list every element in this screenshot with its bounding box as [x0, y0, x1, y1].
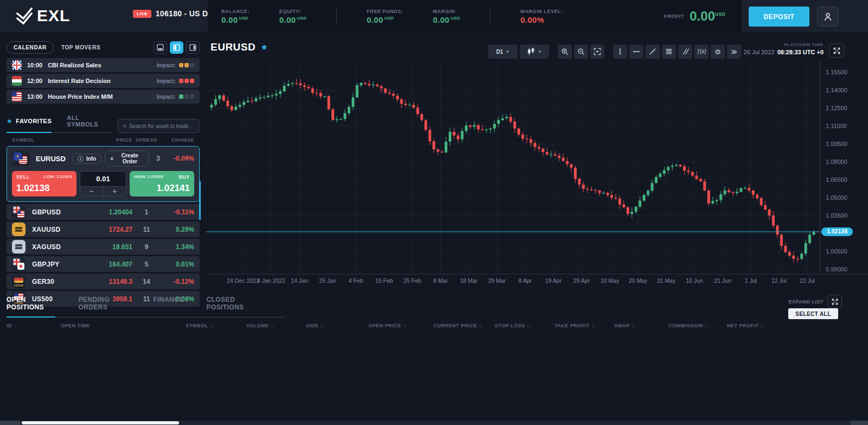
- chart-type-select[interactable]: ▼: [520, 45, 549, 59]
- column-label: NET PROFIT: [727, 323, 759, 328]
- impact-label: Impact:: [156, 94, 176, 100]
- double-chevron-right-icon: ≫: [731, 49, 737, 55]
- column-header-take-profit[interactable]: TAKE PROFIT↑↓: [554, 323, 614, 328]
- layout-bottom-panel-button[interactable]: [154, 41, 167, 54]
- svg-text:1.12500: 1.12500: [826, 105, 847, 111]
- column-header-commission[interactable]: COMMISSION↑↓: [668, 323, 727, 328]
- sort-icon: ↑↓: [320, 323, 323, 328]
- trend-line-tool[interactable]: [646, 45, 660, 59]
- column-header-open-time[interactable]: OPEN TIME: [61, 323, 186, 328]
- indicators-button[interactable]: ƒ(x): [694, 45, 709, 59]
- tab-closed-positions[interactable]: CLOSED POSITIONS: [207, 290, 263, 317]
- tab-open-positions[interactable]: OPEN POSITIONS: [7, 290, 55, 318]
- symbol-row[interactable]: GER30GER3013149.314-0.12%: [7, 274, 200, 289]
- select-all-button[interactable]: SELECT ALL: [788, 308, 838, 319]
- profit-label: PROFIT:: [664, 14, 685, 19]
- gold-icon: [12, 223, 25, 236]
- symbol-row[interactable]: XAUUSD1724.27110.29%: [7, 221, 200, 237]
- impact-dots: [179, 63, 194, 67]
- fit-chart-button[interactable]: [590, 45, 604, 59]
- buy-button[interactable]: HIGH: 1.02503 BUY 1.02141: [130, 171, 194, 196]
- svg-text:1.09500: 1.09500: [826, 141, 847, 147]
- symbol-price: 18.651: [90, 243, 132, 251]
- sell-button[interactable]: SELL LOW: 1.02023 1.02138: [12, 171, 76, 196]
- horizontal-line-icon: [632, 47, 641, 56]
- gear-icon: ⚙: [714, 48, 721, 55]
- tab-calendar[interactable]: CALENDAR: [7, 41, 54, 54]
- volume-increase-button[interactable]: +: [104, 187, 126, 196]
- create-order-button[interactable]: + Create Order: [105, 150, 149, 167]
- chevron-down-icon: ▼: [505, 49, 509, 54]
- sort-icon: ↑↓: [210, 323, 213, 328]
- svg-text:1.08000: 1.08000: [826, 158, 847, 165]
- tab-favorites[interactable]: ★ FAVORITES: [7, 111, 52, 133]
- candles-group: [210, 79, 815, 263]
- more-tools-button[interactable]: ≫: [727, 45, 741, 59]
- tab-all-symbols[interactable]: ALL SYMBOLS: [67, 111, 98, 132]
- event-time: 12:00: [27, 78, 42, 84]
- tab-top-movers[interactable]: TOP MOVERS: [61, 45, 100, 50]
- calendar-event-row[interactable]: 12:00Interest Rate DecisionImpact:: [7, 74, 200, 88]
- layout-left-panel-button[interactable]: [170, 41, 183, 54]
- selected-symbol-card[interactable]: EURUSD i Info + Create Order 3 -0.09% SE…: [7, 146, 200, 202]
- column-header-stop-loss[interactable]: STOP LOSS↑↓: [495, 323, 554, 328]
- column-label: SYMBOL: [186, 323, 208, 328]
- volume-decrease-button[interactable]: −: [80, 187, 104, 196]
- price-chart[interactable]: 24 Dec 20214 Jan 202214 Jan25 Jan4 Feb15…: [206, 60, 868, 290]
- sidebar-scrollbar[interactable]: [199, 181, 201, 220]
- tab-pending-orders[interactable]: PENDING ORDERS: [78, 290, 130, 317]
- symbols-tabs: ★ FAVORITES ALL SYMBOLS: [7, 111, 200, 133]
- svg-text:18 Mar: 18 Mar: [460, 277, 478, 284]
- column-header-net-profit[interactable]: NET PROFIT↑↓: [727, 323, 787, 328]
- chart-settings-button[interactable]: ⚙: [711, 45, 725, 59]
- svg-text:10 Jun: 10 Jun: [686, 277, 703, 284]
- info-button[interactable]: i Info: [72, 154, 101, 164]
- zoom-in-button[interactable]: [558, 45, 572, 59]
- symbol-row[interactable]: GBPJPY164.40750.01%: [7, 256, 200, 272]
- horizontal-scrollbar[interactable]: [0, 421, 868, 425]
- sort-icon: ↑↓: [631, 323, 635, 328]
- column-header-open-price[interactable]: OPEN PRICE↑↓: [368, 323, 433, 328]
- svg-text:25 Feb: 25 Feb: [404, 277, 422, 284]
- zoom-out-button[interactable]: [574, 45, 588, 59]
- multiple-lines-tool[interactable]: [662, 45, 676, 59]
- info-icon: i: [78, 156, 84, 162]
- calendar-event-row[interactable]: 10:00CBI Realized SalesImpact:: [7, 58, 200, 72]
- live-badge: LIVE: [133, 10, 151, 18]
- symbol-row[interactable]: GBPUSD1.204041-0.11%: [7, 204, 200, 220]
- impact-dot: [184, 79, 189, 83]
- symbol-row[interactable]: XAGUSD18.65191.34%: [7, 239, 200, 255]
- column-header-volume[interactable]: VOLUME↑↓: [246, 323, 306, 328]
- column-header-side[interactable]: SIDE↑↓: [306, 323, 368, 328]
- column-header-id[interactable]: ID↑↓: [7, 323, 61, 328]
- star-icon: ★: [7, 117, 12, 125]
- positions-panel: OPEN POSITIONSPENDING ORDERSFINANCECLOSE…: [0, 290, 868, 328]
- parallel-lines-tool[interactable]: [678, 45, 692, 59]
- symbol-spread: 1: [132, 208, 161, 216]
- column-header-swap[interactable]: SWAP↑↓: [614, 323, 668, 328]
- silver-icon: [12, 240, 25, 253]
- deposit-button[interactable]: DEPOSIT: [749, 7, 809, 27]
- account-icon-button[interactable]: [817, 7, 839, 27]
- layout-right-panel-button[interactable]: [186, 41, 200, 54]
- stat-free-funds: FREE FUNDS:0.00USD: [367, 9, 403, 24]
- chart-fullscreen-button[interactable]: [829, 43, 844, 58]
- horizontal-line-tool[interactable]: [629, 45, 643, 59]
- impact-dot: [179, 79, 183, 83]
- search-input[interactable]: [129, 123, 194, 129]
- logo-text: EXL: [37, 7, 70, 25]
- volume-value[interactable]: 0.01: [80, 172, 126, 186]
- vertical-line-tool[interactable]: [613, 45, 627, 59]
- timeframe-select[interactable]: D1▼: [488, 45, 518, 59]
- favorite-star-icon[interactable]: ★: [260, 42, 267, 52]
- expand-list-button[interactable]: [828, 295, 842, 308]
- impact-dot: [184, 94, 189, 99]
- calendar-event-row[interactable]: 13:00House Price Index M/MImpact:: [7, 90, 200, 104]
- buy-price: 1.02141: [157, 183, 190, 194]
- tab-finance[interactable]: FINANCE: [153, 290, 183, 317]
- column-header-current-price[interactable]: CURRENT PRICE↑↓: [433, 323, 495, 328]
- scrollbar-thumb[interactable]: [22, 421, 179, 424]
- symbol-spread: 5: [132, 261, 161, 268]
- column-header-symbol[interactable]: SYMBOL↑↓: [186, 323, 246, 328]
- candlestick-icon: [527, 47, 535, 56]
